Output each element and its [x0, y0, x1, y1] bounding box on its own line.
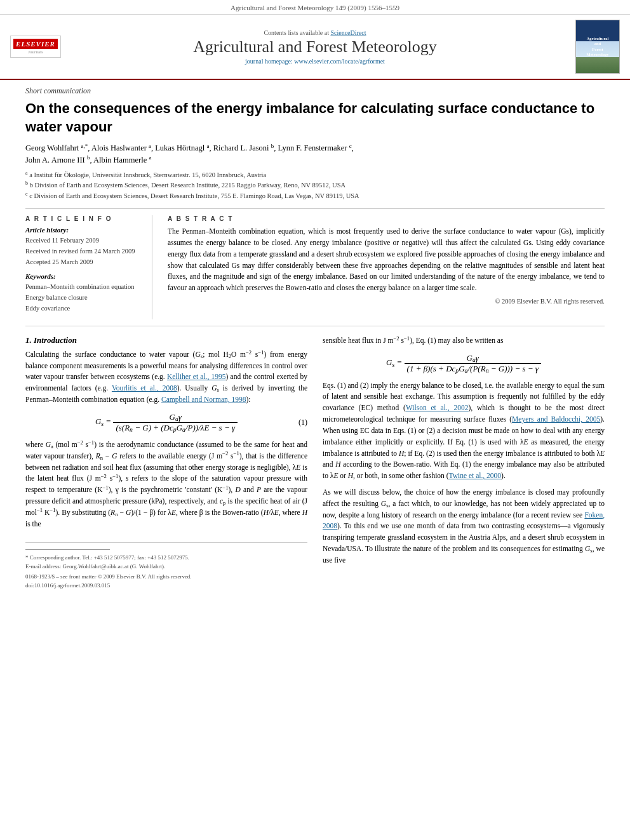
right-intro: sensible heat flux in J m−2 s−1), Eq. (1…: [323, 335, 605, 347]
received-date: Received 11 February 2009: [25, 236, 145, 246]
issn-line: 0168-1923/$ – see front matter © 2009 El…: [25, 573, 192, 580]
footnote-email: E-mail address: Georg.Wohlfahrt@uibk.ac.…: [25, 563, 307, 571]
accepted-date: Accepted 25 March 2009: [25, 257, 145, 268]
ref-wilson[interactable]: Wilson et al., 2002: [406, 404, 469, 411]
copyright: © 2009 Elsevier B.V. All rights reserved…: [168, 298, 605, 305]
abstract-panel: A B S T R A C T The Penman–Monteith comb…: [168, 215, 605, 319]
journal-citation: Agricultural and Forest Meteorology 149 …: [231, 4, 399, 11]
footnote-divider: [25, 549, 110, 550]
equation-2-block: Gs = Gaγ (1 + β)(s + DcpGa/(P(Rn − G))) …: [323, 353, 605, 374]
article-title: On the consequences of the energy imbala…: [25, 100, 605, 136]
article-content: Short communication On the consequences …: [0, 80, 630, 601]
doi-line: doi:10.1016/j.agrformet.2009.03.015: [25, 582, 307, 589]
divider-2: [25, 326, 605, 326]
equation-1-block: Gs = Gaγ (s(Rn − G) + (DcpGa/P))/λE − s …: [25, 412, 307, 433]
info-abstract-section: A R T I C L E I N F O Article history: R…: [25, 215, 605, 319]
intro-paragraph-1: Calculating the surface conductance to w…: [25, 349, 307, 406]
sciencedirect-link[interactable]: ScienceDirect: [330, 29, 366, 36]
journal-thumbnail: AgriculturalandForestMeteorology: [575, 20, 620, 74]
body-content: 1. Introduction Calculating the surface …: [25, 335, 605, 589]
ref-campbell[interactable]: Campbell and Norman, 1998: [161, 396, 246, 403]
journal-header: ELSEVIER Journals Contents lists availab…: [0, 15, 630, 80]
top-bar: Agricultural and Forest Meteorology 149 …: [0, 0, 630, 15]
equation-2: Gs = Gaγ (1 + β)(s + DcpGa/(P(Rn − G))) …: [386, 353, 541, 374]
elsevier-logo: ELSEVIER Journals: [10, 36, 61, 58]
ref-kelliher[interactable]: Kelliher et al., 1995: [167, 373, 226, 380]
intro-paragraph-2: where Ga (mol m−2 s−1) is the aerodynami…: [25, 439, 307, 530]
footer-bar: * Corresponding author. Tel.: +43 512 50…: [25, 542, 307, 571]
keyword-3: Eddy covariance: [25, 303, 145, 314]
sciencedirect-line: Contents lists available at ScienceDirec…: [61, 29, 569, 36]
article-history: Article history: Received 11 February 20…: [25, 226, 145, 267]
keywords-section: Keywords: Penman–Monteith combination eq…: [25, 272, 145, 314]
revised-date: Received in revised form 24 March 2009: [25, 246, 145, 257]
keyword-1: Penman–Monteith combination equation: [25, 282, 145, 293]
divider-1: [25, 208, 605, 209]
right-para-2: As we will discuss below, the choice of …: [323, 487, 605, 566]
article-info-label: A R T I C L E I N F O: [25, 215, 145, 222]
keywords-label: Keywords:: [25, 272, 145, 280]
ref-foken[interactable]: Foken, 2008: [323, 511, 605, 530]
ref-twine[interactable]: Twine et al., 2000: [449, 472, 502, 479]
equation-1: Gs = Gaγ (s(Rn − G) + (DcpGa/P))/λE − s …: [95, 412, 238, 433]
ref-vourlitis[interactable]: Vourlitis et al., 2008: [112, 384, 177, 392]
journal-title: Agricultural and Forest Meteorology: [61, 37, 569, 57]
article-info-panel: A R T I C L E I N F O Article history: R…: [25, 215, 152, 319]
body-left-column: 1. Introduction Calculating the surface …: [25, 335, 307, 589]
abstract-text: The Penman–Monteith combination equation…: [168, 226, 605, 294]
article-type: Short communication: [25, 86, 605, 96]
ref-meyers[interactable]: Meyers and Baldocchi, 2005: [512, 415, 600, 423]
keyword-2: Energy balance closure: [25, 293, 145, 303]
right-para-1: Eqs. (1) and (2) imply the energy balanc…: [323, 380, 605, 482]
journal-homepage: journal homepage: www.elsevier.com/locat…: [61, 58, 569, 65]
authors: Georg Wohlfahrt a,*, Alois Haslwanter a,…: [25, 142, 605, 166]
section1-title: 1. Introduction: [25, 335, 307, 345]
footnote-star: * Corresponding author. Tel.: +43 512 50…: [25, 554, 307, 563]
body-right-column: sensible heat flux in J m−2 s−1), Eq. (1…: [323, 335, 605, 589]
page-footer: 0168-1923/$ – see front matter © 2009 El…: [25, 573, 307, 580]
page: Agricultural and Forest Meteorology 149 …: [0, 0, 630, 840]
affiliations: a a Institut für Ökologie, Universität I…: [25, 170, 605, 202]
doi-text: doi:10.1016/j.agrformet.2009.03.015: [25, 582, 110, 589]
abstract-label: A B S T R A C T: [168, 215, 605, 222]
history-label: Article history:: [25, 226, 145, 234]
journal-center: Contents lists available at ScienceDirec…: [61, 29, 569, 65]
eq1-number: (1): [298, 418, 307, 427]
